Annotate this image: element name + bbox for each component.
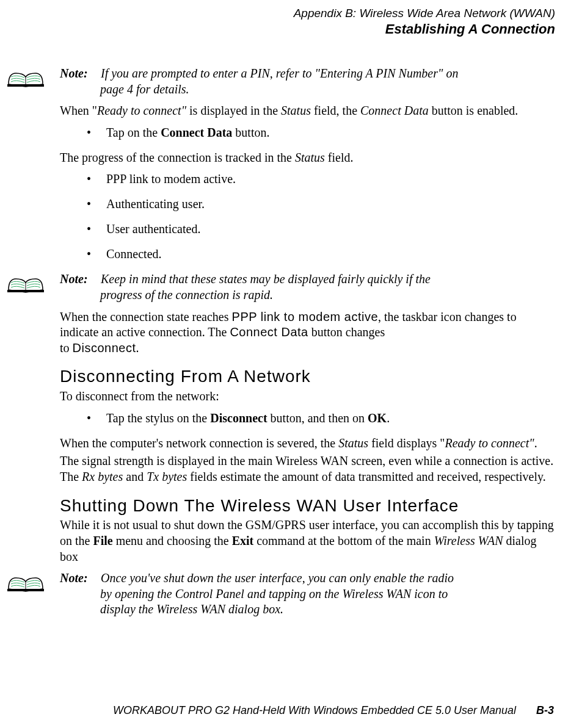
note-block-2: Note: Keep in mind that these states may… [60, 272, 554, 303]
text-condensed: Connect Data [230, 325, 308, 339]
text: to [60, 341, 73, 355]
text: menu and choosing the [113, 534, 232, 547]
text: . [387, 411, 390, 425]
bullet-list-states: PPP link to modem active. Authenticating… [60, 171, 554, 262]
note-text-2b: progress of the connection is rapid. [60, 287, 554, 303]
note-text-1a: If you are prompted to enter a PIN, refe… [101, 67, 458, 80]
page: Appendix B: Wireless Wide Area Network (… [0, 0, 571, 728]
text: is displayed in the [186, 104, 281, 117]
text: The progress of the connection is tracke… [60, 151, 295, 164]
text: field. [325, 151, 354, 164]
text-italic: Ready to connect" [97, 104, 186, 117]
text-italic: Ready to connect" [445, 436, 534, 450]
page-header: Appendix B: Wireless Wide Area Network (… [0, 6, 555, 37]
text: button is enabled. [429, 104, 518, 117]
paragraph-state: When the connection state reaches PPP li… [60, 309, 554, 356]
list-item: User authenticated. [60, 222, 554, 237]
text-italic: Tx bytes [147, 470, 187, 483]
note-text-3a: Once you've shut down the user interface… [101, 571, 454, 585]
text-bold: OK [368, 411, 387, 425]
book-icon [7, 572, 44, 594]
note-text-1b: page 4 for details. [60, 82, 554, 98]
paragraph-severed: When the computer's network connection i… [60, 436, 554, 452]
page-footer: WORKABOUT PRO G2 Hand-Held With Windows … [0, 704, 554, 717]
list-item: Tap on the Connect Data button. [60, 125, 554, 140]
page-content: Note: If you are prompted to enter a PIN… [60, 66, 554, 624]
text: Tap on the [106, 126, 161, 139]
text: When " [60, 104, 97, 117]
text: and [123, 470, 147, 483]
book-icon [7, 67, 44, 89]
bullet-list-1: Tap on the Connect Data button. [60, 125, 554, 140]
paragraph-progress: The progress of the connection is tracke… [60, 150, 554, 166]
list-item: Authenticating user. [60, 196, 554, 212]
text: field displays " [368, 436, 445, 450]
text: command at the bottom of the main [253, 534, 434, 547]
text: button, and then on [267, 411, 368, 425]
text: . [534, 436, 537, 450]
note-body-2: Note: Keep in mind that these states may… [60, 272, 554, 303]
bullet-list-disconnect: Tap the stylus on the Disconnect button,… [60, 411, 554, 426]
text-italic: Rx bytes [82, 470, 123, 483]
note-block-3: Note: Once you've shut down the user int… [60, 571, 554, 618]
note-text-2a: Keep in mind that these states may be di… [101, 272, 431, 286]
text-italic: Wireless WAN [434, 534, 503, 547]
text: button changes [308, 325, 385, 339]
text: field, the [311, 104, 360, 117]
text-italic: Connect Data [360, 104, 429, 117]
svg-rect-1 [7, 290, 44, 292]
text-condensed: PPP link to modem active [232, 310, 379, 323]
note-block-1: Note: If you are prompted to enter a PIN… [60, 66, 554, 97]
text: fields estimate the amount of data trans… [187, 470, 545, 483]
text: Tap the stylus on the [106, 411, 210, 425]
paragraph-shutdown: While it is not usual to shut down the G… [60, 517, 554, 564]
note-body-3: Note: Once you've shut down the user int… [60, 571, 554, 618]
heading-shutdown: Shutting Down The Wireless WAN User Inte… [60, 495, 554, 517]
book-icon [7, 273, 44, 295]
text-italic: Status [281, 104, 311, 117]
text: When the computer's network connection i… [60, 436, 338, 450]
text: button. [232, 126, 269, 139]
text-bold: Connect Data [161, 126, 232, 139]
note-text-3c: display the Wireless WAN dialog box. [60, 602, 554, 618]
text-bold: File [93, 534, 112, 547]
text-italic: Status [338, 436, 368, 450]
paragraph-ready: When "Ready to connect" is displayed in … [60, 103, 554, 119]
text-italic: Status [295, 151, 325, 164]
paragraph-disconnect-intro: To disconnect from the network: [60, 389, 554, 405]
list-item: PPP link to modem active. [60, 171, 554, 187]
note-body-1: Note: If you are prompted to enter a PIN… [60, 66, 554, 97]
note-label: Note: [60, 571, 98, 586]
list-item: Tap the stylus on the Disconnect button,… [60, 411, 554, 426]
text: . [136, 341, 139, 355]
svg-rect-2 [7, 589, 44, 591]
text-bold: Exit [232, 534, 254, 547]
footer-page-number: B-3 [536, 704, 554, 716]
list-item: Connected. [60, 247, 554, 262]
heading-disconnect: Disconnecting From A Network [60, 366, 554, 387]
text-condensed: Disconnect [73, 341, 136, 355]
header-line-2: Establishing A Connection [0, 21, 555, 38]
footer-title: WORKABOUT PRO G2 Hand-Held With Windows … [113, 704, 516, 716]
text: When the connection state reaches [60, 310, 232, 323]
note-text-3b: by opening the Control Panel and tapping… [60, 586, 554, 602]
note-label: Note: [60, 66, 98, 82]
paragraph-signal: The signal strength is displayed in the … [60, 453, 554, 485]
note-label: Note: [60, 272, 98, 287]
text-bold: Disconnect [210, 411, 267, 425]
header-line-1: Appendix B: Wireless Wide Area Network (… [0, 6, 555, 21]
svg-rect-0 [7, 84, 44, 87]
